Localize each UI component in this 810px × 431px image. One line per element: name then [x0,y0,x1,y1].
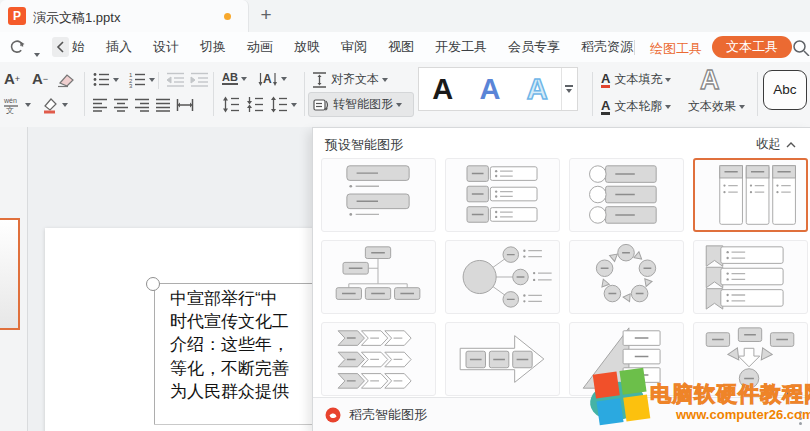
smartart-thumb-triangle-list[interactable] [569,322,684,396]
menu-tab-animation[interactable]: 动画 [247,38,273,56]
tab-bar: P 演示文稿1.pptx + [0,0,810,33]
svg-text:文: 文 [6,106,14,114]
smartart-thumb-org-chart[interactable] [321,240,436,314]
slide-text-line: 为人民群众提供 [170,380,320,403]
smartart-thumb-converging-arrows[interactable] [693,322,808,396]
menu-tab-home[interactable]: 始 [72,38,85,56]
align-center-icon[interactable] [113,98,129,112]
menu-tab-drawing-tools[interactable]: 绘图工具 [650,40,702,58]
justify-icon[interactable] [155,98,171,112]
wordart-style-outline[interactable]: A [514,68,561,110]
smartart-panel-title: 预设智能图形 [325,136,403,154]
smartart-thumb-stacked-list[interactable] [321,158,436,232]
clear-format-eraser-icon[interactable] [56,71,75,88]
numbered-list-button[interactable]: 123 [128,71,155,88]
chevron-up-icon [786,142,796,148]
character-underline-button[interactable]: AB [222,72,247,85]
docer-smartart-footer[interactable]: 稻壳智能图形 [313,397,810,431]
wps-presentation-window: P 演示文稿1.pptx + 始 插入 设计 切换 动画 放映 审阅 视图 开发… [0,0,810,431]
menu-tab-transition[interactable]: 切换 [200,38,226,56]
menu-tab-docer-resources[interactable]: 稻壳资源 [581,38,633,56]
wordart-style-blue[interactable]: A [466,68,513,110]
convert-to-smartart-button[interactable]: 转智能图形 [308,92,414,117]
svg-text:wén: wén [3,97,17,104]
menu-tab-developer[interactable]: 开发工具 [435,38,487,56]
docer-smartart-label: 稻壳智能图形 [349,406,427,424]
menu-separator [634,40,635,55]
wordart-style-gallery: A A A [418,67,578,111]
textbox-bottom-border [154,424,312,425]
menu-tab-review[interactable]: 审阅 [341,38,367,56]
text-direction-button[interactable]: A [258,70,287,88]
slide-text-line: 介绍：这些年， [170,333,320,356]
slide-text-line: 中宣部举行“中 [170,287,320,310]
ribbon-tabs: 始 插入 设计 切换 动画 放映 审阅 视图 开发工具 会员专享 稻壳资源 [72,32,633,62]
redo-icon[interactable] [8,39,26,59]
document-tab-title: 演示文稿1.pptx [33,9,120,27]
menu-tab-insert[interactable]: 插入 [106,38,132,56]
collapse-button[interactable]: 收起 [756,136,796,153]
menu-bar: 始 插入 设计 切换 动画 放映 审阅 视图 开发工具 会员专享 稻壳资源 绘图… [0,32,810,62]
align-left-icon[interactable] [92,98,108,112]
smartart-thumb-banner-list-rows[interactable] [693,240,808,314]
redo-dropdown-icon[interactable] [31,43,40,61]
distribute-text-icon[interactable] [176,98,194,112]
line-spacing-button[interactable] [270,96,297,113]
text-fill-button[interactable]: A 文本填充 [601,71,671,88]
docer-icon [325,407,341,423]
menu-tab-view[interactable]: 视图 [388,38,414,56]
tabs-scroll-left-button[interactable] [52,37,69,57]
slide-text-line: 等化，不断完善 [170,357,320,380]
menu-tab-design[interactable]: 设计 [153,38,179,56]
smartart-thumb-circle-list-rows[interactable] [569,158,684,232]
document-tab[interactable]: P 演示文稿1.pptx [0,0,249,32]
text-effects-button[interactable]: 文本效果 [688,98,745,115]
text-tools-ribbon: A+ A− wén文 123 [0,62,810,128]
bullet-list-button[interactable] [92,71,119,88]
highlighter-button[interactable] [42,96,68,114]
smartart-thumb-chevron-process-rows[interactable] [321,322,436,396]
menu-tab-membership[interactable]: 会员专享 [508,38,560,56]
textbox-resize-handle[interactable] [146,277,160,291]
abc-style-button[interactable]: Abc [763,70,807,110]
align-right-icon[interactable] [134,98,150,112]
align-text-button[interactable]: 对齐文本 [312,71,388,88]
smartart-grid [321,158,808,396]
textbox-left-border [154,283,155,425]
menu-tab-slideshow[interactable]: 放映 [294,38,320,56]
wordart-style-black[interactable]: A [419,68,466,110]
more-options-icon[interactable] [799,411,802,425]
textbox-top-border [154,283,312,284]
svg-text:3: 3 [129,83,133,88]
slide-thumbnail-selected[interactable] [0,218,20,330]
decrease-line-spacing-icon[interactable] [246,96,264,113]
wps-presentation-logo-icon: P [8,7,26,25]
menu-tab-text-tools-active[interactable]: 文本工具 [712,36,792,58]
slide-thumbnails-panel[interactable] [0,127,28,431]
smartart-thumb-cycle[interactable] [569,240,684,314]
increase-font-size-button[interactable]: A+ [4,70,20,87]
slide-text-box[interactable]: 中宣部举行“中 时代宣传文化工 介绍：这些年， 等化，不断完善 为人民群众提供 [170,287,320,403]
text-outline-button[interactable]: A 文本轮廓 [601,98,671,115]
smartart-thumb-radial-list[interactable] [445,240,560,314]
phonetic-guide-button[interactable]: wén文 [2,96,31,114]
smartart-thumb-arrow-process[interactable] [445,322,560,396]
wordart-gallery-more-button[interactable] [561,68,577,110]
smartart-thumb-header-list-rows[interactable] [445,158,560,232]
slide-text-line: 时代宣传文化工 [170,310,320,333]
svg-text:A: A [263,72,272,86]
increase-indent-icon[interactable] [190,71,209,88]
search-icon[interactable] [792,39,810,60]
smartart-panel-header: 预设智能图形 收起 [313,128,810,158]
new-tab-button[interactable]: + [254,3,278,27]
smartart-preset-panel: 预设智能图形 收起 [312,127,810,431]
decrease-indent-icon[interactable] [166,71,185,88]
text-effects-icon[interactable]: A [700,66,720,94]
increase-line-spacing-icon[interactable] [222,96,240,113]
decrease-font-size-button[interactable]: A− [32,70,48,87]
unsaved-changes-dot-icon [224,13,231,20]
smartart-thumb-column-list[interactable] [693,158,808,232]
